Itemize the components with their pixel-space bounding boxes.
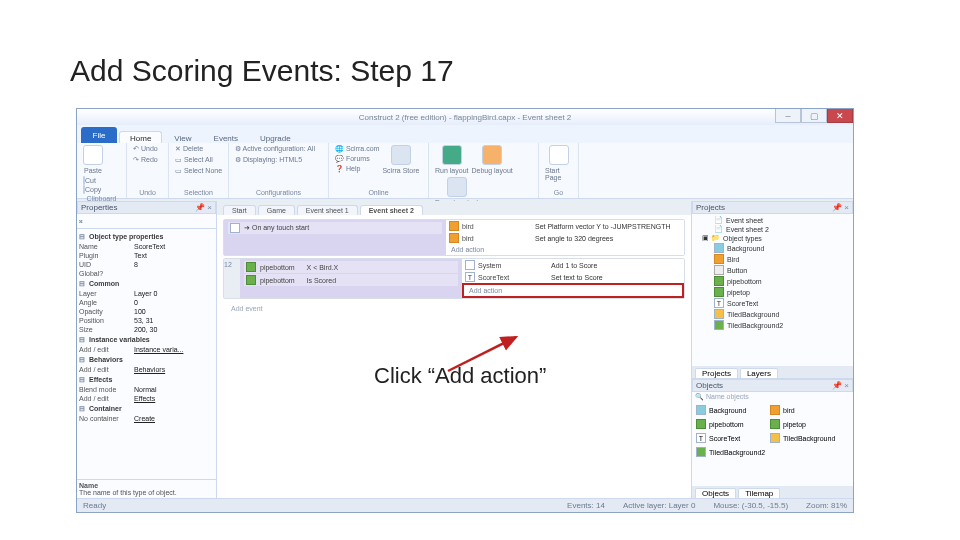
properties-panel: Properties📌 × 𝄪 Object type properties N… xyxy=(77,201,217,498)
add-event-link[interactable]: Add event xyxy=(223,301,685,316)
prop-val[interactable]: ScoreText xyxy=(134,243,165,250)
object-item[interactable]: pipetop xyxy=(770,419,840,429)
props-section[interactable]: Behaviors xyxy=(79,354,214,365)
delete-button[interactable]: ✕ Delete xyxy=(175,145,203,153)
prop-key: Global? xyxy=(79,270,134,277)
window-title: Construct 2 (free edition) - flappingBir… xyxy=(359,113,572,122)
props-section[interactable]: Common xyxy=(79,278,214,289)
doc-tab-active[interactable]: Event sheet 2 xyxy=(360,205,423,215)
run-button[interactable]: Run layout xyxy=(435,145,468,174)
prop-key: Add / edit xyxy=(79,346,134,353)
action-line[interactable]: SystemAdd 1 to Score xyxy=(462,259,684,271)
add-action-link[interactable]: Add action xyxy=(446,244,684,255)
tree-node[interactable]: 📄 Event sheet 2 xyxy=(696,225,849,233)
prop-val: Text xyxy=(134,252,147,259)
tree-node[interactable]: TiledBackground2 xyxy=(696,320,849,330)
instance-vars-link[interactable]: Instance varia... xyxy=(134,346,183,353)
paste-button[interactable]: Paste xyxy=(83,145,103,174)
active-config[interactable]: ⚙ Active configuration: All xyxy=(235,145,315,153)
debug-button[interactable]: Debug layout xyxy=(471,145,512,174)
condition[interactable]: ➜ On any touch start xyxy=(228,222,442,234)
titlebar: Construct 2 (free edition) - flappingBir… xyxy=(77,109,853,125)
add-action-link-highlighted[interactable]: Add action xyxy=(462,283,684,298)
text-icon: T xyxy=(465,272,475,282)
select-all-button[interactable]: ▭ Select All xyxy=(175,156,213,164)
pin-icon[interactable]: 📌 × xyxy=(195,203,212,212)
tree-node[interactable]: Button xyxy=(696,265,849,275)
tree-node[interactable]: 📄 Event sheet xyxy=(696,216,849,224)
redo-button[interactable]: ↷ Redo xyxy=(133,156,158,164)
file-menu[interactable]: File xyxy=(81,127,117,143)
object-item[interactable]: pipebottom xyxy=(696,419,766,429)
forums-link[interactable]: 💬 Forums xyxy=(335,155,379,163)
doc-tab[interactable]: Start xyxy=(223,205,256,215)
start-page-button[interactable]: Start Page xyxy=(545,145,572,181)
prop-val[interactable]: 200, 30 xyxy=(134,326,157,333)
maximize-button[interactable]: ▢ xyxy=(801,109,827,123)
doc-tab[interactable]: Event sheet 1 xyxy=(297,205,358,215)
ribbon-group-label: Undo xyxy=(133,189,162,196)
props-section[interactable]: Object type properties xyxy=(79,231,214,242)
action-line[interactable]: birdSet Platform vector Y to -JUMPSTRENG… xyxy=(446,220,684,232)
tree-node[interactable]: Background xyxy=(696,243,849,253)
tree-node[interactable]: TiledBackground xyxy=(696,309,849,319)
properties-search[interactable]: 𝄪 xyxy=(77,214,216,229)
prop-key: Add / edit xyxy=(79,395,134,402)
event-block[interactable]: ➜ On any touch start birdSet Platform ve… xyxy=(223,219,685,256)
name-objects-input[interactable]: 🔍 Name objects xyxy=(692,392,853,402)
prop-key: Name xyxy=(79,243,134,250)
objects-tab[interactable]: Objects xyxy=(695,488,736,498)
close-button[interactable]: ✕ xyxy=(827,109,853,123)
prop-key: Position xyxy=(79,317,134,324)
status-layer: Active layer: Layer 0 xyxy=(623,501,695,510)
object-item[interactable]: TScoreText xyxy=(696,433,766,443)
scirra-link[interactable]: 🌐 Scirra.com xyxy=(335,145,379,153)
pin-icon[interactable]: 📌 × xyxy=(832,203,849,212)
condition[interactable]: pipebottom Is Scored xyxy=(244,274,458,286)
minimize-button[interactable]: – xyxy=(775,109,801,123)
tab-upgrade[interactable]: Upgrade xyxy=(250,132,301,143)
tree-folder[interactable]: ▣ 📁 Object types xyxy=(696,234,849,242)
container-create-link[interactable]: Create xyxy=(134,415,155,422)
tab-home[interactable]: Home xyxy=(119,131,162,143)
layers-tab[interactable]: Layers xyxy=(740,368,778,378)
prop-val[interactable]: Normal xyxy=(134,386,157,393)
tree-node[interactable]: T ScoreText xyxy=(696,298,849,308)
undo-button[interactable]: ↶ Undo xyxy=(133,145,158,153)
doc-tab[interactable]: Game xyxy=(258,205,295,215)
object-item[interactable]: Background xyxy=(696,405,766,415)
display-config[interactable]: ⚙ Displaying: HTML5 xyxy=(235,156,302,164)
action-line[interactable]: birdSet angle to 320 degrees xyxy=(446,232,684,244)
store-button[interactable]: Scirra Store xyxy=(382,145,419,174)
object-item[interactable]: TiledBackground xyxy=(770,433,840,443)
tab-events[interactable]: Events xyxy=(204,132,248,143)
tree-node[interactable]: pipetop xyxy=(696,287,849,297)
condition[interactable]: pipebottom X < Bird.X xyxy=(244,261,458,273)
tree-node[interactable]: pipebottom xyxy=(696,276,849,286)
object-item[interactable]: TiledBackground2 xyxy=(696,447,766,457)
projects-tab[interactable]: Projects xyxy=(695,368,738,378)
select-none-button[interactable]: ▭ Select None xyxy=(175,167,222,175)
tilemap-tab[interactable]: Tilemap xyxy=(738,488,780,498)
prop-val[interactable]: 53, 31 xyxy=(134,317,153,324)
cut-button[interactable]: Cut xyxy=(83,177,101,184)
tab-view[interactable]: View xyxy=(164,132,201,143)
properties-title: Properties xyxy=(81,203,117,212)
effects-link[interactable]: Effects xyxy=(134,395,155,402)
prop-val[interactable]: 100 xyxy=(134,308,146,315)
event-block[interactable]: 12 pipebottom X < Bird.X pipebottom Is S… xyxy=(223,258,685,299)
copy-button[interactable]: Copy xyxy=(83,186,101,193)
prop-val[interactable]: Layer 0 xyxy=(134,290,157,297)
prop-val[interactable]: 0 xyxy=(134,299,138,306)
project-tree[interactable]: 📄 Event sheet 📄 Event sheet 2 ▣ 📁 Object… xyxy=(692,214,853,366)
help-link[interactable]: ❓ Help xyxy=(335,165,379,173)
behaviors-link[interactable]: Behaviors xyxy=(134,366,165,373)
tree-node[interactable]: Bird xyxy=(696,254,849,264)
props-section[interactable]: Instance variables xyxy=(79,334,214,345)
action-line[interactable]: TScoreTextSet text to Score xyxy=(462,271,684,283)
app-window: Construct 2 (free edition) - flappingBir… xyxy=(76,108,854,513)
pin-icon[interactable]: 📌 × xyxy=(832,381,849,390)
props-section[interactable]: Effects xyxy=(79,374,214,385)
object-item[interactable]: bird xyxy=(770,405,840,415)
props-section[interactable]: Container xyxy=(79,403,214,414)
